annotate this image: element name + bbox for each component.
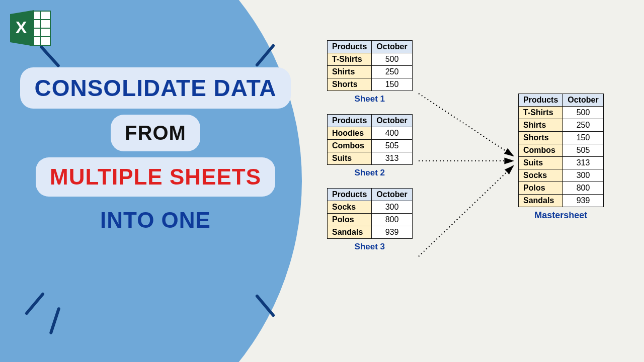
sheet2-table: ProductsOctober Hoodies400 Combos505 Sui…	[327, 114, 413, 165]
table-cell: Sandals	[519, 195, 563, 207]
title-block: CONSOLIDATE DATA FROM MULTIPLE SHEETS IN…	[17, 64, 294, 233]
header-october: October	[563, 94, 603, 107]
sheet2-label: Sheet 2	[327, 168, 413, 178]
source-sheets-column: ProductsOctober T-Shirts500 Shirts250 Sh…	[327, 40, 413, 262]
table-cell: 300	[563, 169, 603, 182]
table-cell: 313	[372, 152, 412, 165]
table-cell: 250	[563, 119, 603, 132]
table-cell: T-Shirts	[328, 53, 372, 66]
table-cell: 400	[372, 127, 412, 140]
svg-line-7	[419, 94, 513, 156]
table-cell: 800	[372, 214, 412, 226]
header-october: October	[372, 115, 412, 127]
table-cell: Shorts	[328, 78, 372, 91]
table-cell: Hoodies	[328, 127, 372, 140]
mastersheet-label: Mastersheet	[518, 210, 604, 221]
table-cell: 250	[372, 66, 412, 78]
title-line-4: INTO ONE	[17, 208, 294, 233]
title-line-2: FROM	[111, 115, 200, 151]
title-line-3: MULTIPLE SHEETS	[36, 157, 275, 197]
table-cell: T-Shirts	[519, 107, 563, 119]
table-cell: 313	[563, 157, 603, 169]
header-products: Products	[328, 41, 372, 53]
table-cell: Suits	[519, 157, 563, 169]
svg-text:X: X	[16, 18, 27, 37]
table-cell: 800	[563, 182, 603, 195]
table-cell: 505	[563, 144, 603, 157]
table-cell: Socks	[328, 201, 372, 214]
header-products: Products	[519, 94, 563, 107]
table-cell: Socks	[519, 169, 563, 182]
table-cell: 500	[372, 53, 412, 66]
table-cell: Polos	[519, 182, 563, 195]
table-cell: 939	[563, 195, 603, 207]
sheet3-label: Sheet 3	[327, 242, 413, 252]
table-cell: 300	[372, 201, 412, 214]
excel-icon: X	[8, 8, 52, 50]
header-october: October	[372, 189, 412, 201]
mastersheet-block: ProductsOctober T-Shirts500 Shirts250 Sh…	[518, 94, 604, 221]
table-cell: 939	[372, 226, 412, 239]
mastersheet-table: ProductsOctober T-Shirts500 Shirts250 Sh…	[518, 94, 604, 207]
table-cell: Polos	[328, 214, 372, 226]
table-cell: 505	[372, 140, 412, 152]
table-cell: 150	[563, 132, 603, 144]
header-products: Products	[328, 115, 372, 127]
svg-line-9	[419, 166, 513, 256]
table-cell: Shirts	[519, 119, 563, 132]
table-cell: Shorts	[519, 132, 563, 144]
title-line-1: CONSOLIDATE DATA	[20, 67, 290, 109]
sheet1-label: Sheet 1	[327, 94, 413, 104]
table-cell: 500	[563, 107, 603, 119]
table-cell: Combos	[328, 140, 372, 152]
table-cell: Sandals	[328, 226, 372, 239]
header-october: October	[372, 41, 412, 53]
table-cell: Combos	[519, 144, 563, 157]
table-cell: 150	[372, 78, 412, 91]
table-cell: Shirts	[328, 66, 372, 78]
sheet1-table: ProductsOctober T-Shirts500 Shirts250 Sh…	[327, 40, 413, 91]
sheet3-table: ProductsOctober Socks300 Polos800 Sandal…	[327, 188, 413, 239]
table-cell: Suits	[328, 152, 372, 165]
header-products: Products	[328, 189, 372, 201]
